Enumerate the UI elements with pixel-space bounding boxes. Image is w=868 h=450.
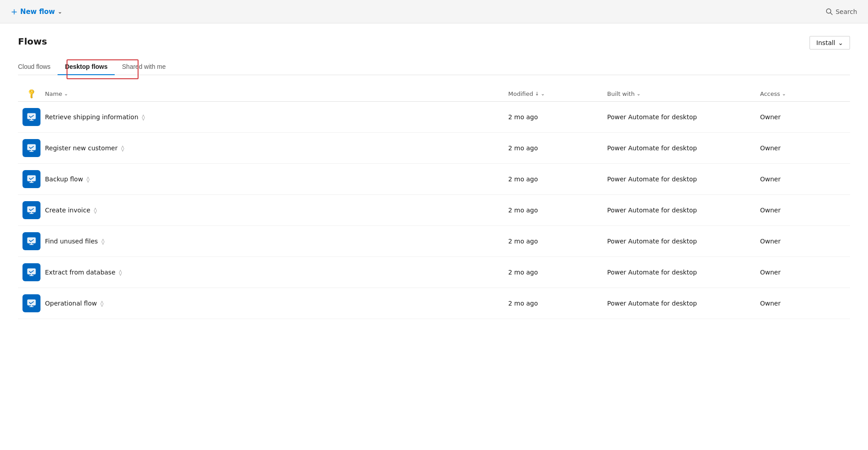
flow-modified: 2 mo ago — [508, 176, 607, 183]
flow-name: Find unused files — [45, 238, 98, 245]
new-flow-button[interactable]: + New flow ⌄ — [11, 7, 62, 16]
table-row[interactable]: Create invoice ◊ 2 mo ago Power Automate… — [18, 195, 850, 226]
desktop-flow-svg — [27, 205, 36, 215]
flow-name-cell: Retrieve shipping information ◊ — [45, 113, 508, 121]
flow-access: Owner — [760, 238, 850, 245]
table-row[interactable]: Find unused files ◊ 2 mo ago Power Autom… — [18, 226, 850, 257]
flow-access: Owner — [760, 300, 850, 307]
desktop-flow-svg — [27, 112, 36, 122]
name-sort-icon: ⌄ — [64, 91, 68, 97]
table-row[interactable]: Backup flow ◊ 2 mo ago Power Automate fo… — [18, 164, 850, 195]
flow-icon — [22, 170, 40, 188]
flow-built-with: Power Automate for desktop — [607, 300, 760, 307]
desktop-flow-svg — [27, 267, 36, 277]
col-name-header[interactable]: Name ⌄ — [45, 90, 508, 97]
flow-modified: 2 mo ago — [508, 238, 607, 245]
col-access-header[interactable]: Access ⌄ — [760, 90, 850, 97]
flow-icon-cell — [18, 170, 45, 188]
flow-built-with: Power Automate for desktop — [607, 176, 760, 183]
install-button[interactable]: Install ⌄ — [810, 36, 850, 50]
key-icon: 🔑 — [26, 88, 37, 99]
new-flow-label: New flow — [20, 8, 55, 16]
flow-name: Create invoice — [45, 207, 90, 214]
col-built-with-header[interactable]: Built with ⌄ — [607, 90, 760, 97]
new-flow-chevron-icon: ⌄ — [58, 9, 62, 15]
flow-icon-cell — [18, 201, 45, 219]
flow-icon — [22, 201, 40, 219]
flow-modified: 2 mo ago — [508, 269, 607, 276]
tab-desktop-flows[interactable]: Desktop flows — [58, 59, 115, 75]
svg-rect-2 — [27, 113, 36, 119]
table-row[interactable]: Operational flow ◊ 2 mo ago Power Automa… — [18, 288, 850, 319]
flows-table: 🔑 Name ⌄ Modified ↓ ⌄ Built with ⌄ Acces… — [18, 86, 850, 319]
flow-icon-cell — [18, 263, 45, 281]
table-row[interactable]: Extract from database ◊ 2 mo ago Power A… — [18, 257, 850, 288]
svg-rect-10 — [27, 176, 36, 181]
desktop-flow-svg — [27, 236, 36, 246]
flow-icon-cell — [18, 108, 45, 126]
flow-modified: 2 mo ago — [508, 300, 607, 307]
premium-icon: ◊ — [94, 207, 97, 214]
flow-built-with: Power Automate for desktop — [607, 144, 760, 152]
tabs-container: Cloud flows Desktop flows Shared with me — [18, 59, 850, 75]
premium-icon: ◊ — [121, 145, 124, 152]
flow-icon — [22, 263, 40, 281]
col-key-header: 🔑 — [18, 90, 45, 98]
flow-built-with: Power Automate for desktop — [607, 113, 760, 121]
table-body: Retrieve shipping information ◊ 2 mo ago… — [18, 102, 850, 319]
flow-modified: 2 mo ago — [508, 113, 607, 121]
desktop-flow-svg — [27, 174, 36, 184]
desktop-flow-svg — [27, 143, 36, 153]
flow-name: Operational flow — [45, 300, 97, 307]
flow-icon — [22, 232, 40, 250]
premium-icon: ◊ — [102, 238, 104, 245]
desktop-flow-svg — [27, 298, 36, 308]
search-icon — [826, 8, 833, 15]
flow-name-cell: Operational flow ◊ — [45, 300, 508, 307]
table-row[interactable]: Register new customer ◊ 2 mo ago Power A… — [18, 133, 850, 164]
search-label: Search — [836, 8, 857, 15]
table-header-row: 🔑 Name ⌄ Modified ↓ ⌄ Built with ⌄ Acces… — [18, 86, 850, 102]
svg-rect-18 — [27, 238, 36, 243]
col-modified-header[interactable]: Modified ↓ ⌄ — [508, 90, 607, 97]
premium-icon: ◊ — [142, 114, 145, 121]
modified-sort-icon: ↓ ⌄ — [535, 91, 545, 97]
flow-name-cell: Create invoice ◊ — [45, 207, 508, 214]
flow-name-cell: Find unused files ◊ — [45, 238, 508, 245]
search-button[interactable]: Search — [826, 8, 857, 15]
flow-name-cell: Extract from database ◊ — [45, 269, 508, 276]
page-title: Flows — [18, 36, 47, 47]
flow-access: Owner — [760, 144, 850, 152]
built-with-sort-icon: ⌄ — [636, 91, 640, 97]
header-row: Flows Install ⌄ — [18, 36, 850, 56]
flow-icon-cell — [18, 139, 45, 157]
flow-icon — [22, 139, 40, 157]
flow-modified: 2 mo ago — [508, 144, 607, 152]
flow-built-with: Power Automate for desktop — [607, 207, 760, 214]
flow-name-cell: Register new customer ◊ — [45, 144, 508, 152]
premium-icon: ◊ — [87, 176, 89, 183]
tab-shared-with-me[interactable]: Shared with me — [115, 59, 173, 75]
install-chevron-icon: ⌄ — [838, 39, 843, 46]
flow-built-with: Power Automate for desktop — [607, 238, 760, 245]
flow-name-cell: Backup flow ◊ — [45, 176, 508, 183]
main-content: Flows Install ⌄ Cloud flows Desktop flow… — [0, 23, 868, 450]
svg-rect-22 — [27, 269, 36, 274]
flow-icon-cell — [18, 232, 45, 250]
flow-access: Owner — [760, 269, 850, 276]
svg-rect-14 — [27, 207, 36, 212]
svg-rect-26 — [27, 300, 36, 306]
flow-icon — [22, 108, 40, 126]
premium-icon: ◊ — [100, 300, 103, 307]
premium-icon: ◊ — [119, 269, 122, 276]
flow-name: Register new customer — [45, 144, 117, 152]
table-row[interactable]: Retrieve shipping information ◊ 2 mo ago… — [18, 102, 850, 133]
tab-cloud-flows[interactable]: Cloud flows — [18, 59, 58, 75]
svg-rect-6 — [27, 144, 36, 150]
flow-name: Backup flow — [45, 176, 83, 183]
svg-line-1 — [830, 13, 832, 14]
flow-name: Extract from database — [45, 269, 116, 276]
flow-modified: 2 mo ago — [508, 207, 607, 214]
flow-access: Owner — [760, 207, 850, 214]
flow-access: Owner — [760, 113, 850, 121]
